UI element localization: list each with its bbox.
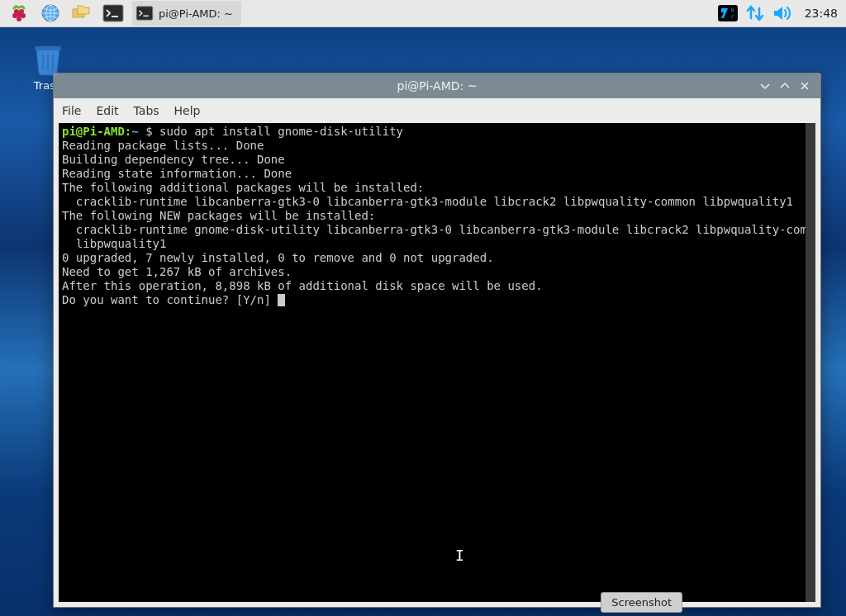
taskbar: pi@Pi-AMD: ~ N C 23:48 [0,0,846,27]
browser-button[interactable] [35,1,66,26]
filemanager-button[interactable] [66,1,97,26]
terminal[interactable]: pi@Pi-AMD:~ $ sudo apt install gnome-dis… [59,123,806,602]
prompt-symbol: $ [145,125,152,138]
screenshot-tooltip: Screenshot [601,592,682,613]
globe-icon [40,3,60,23]
taskbar-launchers: pi@Pi-AMD: ~ [3,1,241,26]
window-controls [758,78,820,93]
terminal-output-line: cracklib-runtime libcanberra-gtk3-0 libc… [62,195,793,208]
window-title: pi@Pi-AMD: ~ [54,79,820,92]
folders-icon [71,4,93,22]
terminal-output-line: Reading package lists... Done [62,139,264,152]
svg-point-5 [17,17,21,21]
terminal-output-line: cracklib-runtime gnome-disk-utility libc… [62,223,806,236]
terminal-output-line: libpwquality1 [62,237,166,250]
menu-file[interactable]: File [62,104,81,117]
menubar: File Edit Tabs Help [54,98,820,123]
terminal-cursor [278,294,285,306]
raspberry-icon [9,3,29,23]
svg-text:N: N [731,7,734,12]
terminal-scrollbar[interactable] [806,123,815,602]
svg-rect-10 [718,5,738,21]
svg-text:C: C [731,14,734,19]
vnc-tray-icon[interactable]: N C [717,4,739,22]
maximize-button[interactable] [777,78,792,93]
task-title: pi@Pi-AMD: ~ [159,7,233,20]
terminal-output-line: Do you want to continue? [Y/n] [62,293,278,306]
svg-rect-13 [35,46,61,50]
menu-button[interactable] [3,1,35,26]
trash-icon [30,40,66,76]
svg-point-4 [21,13,26,18]
clock[interactable]: 23:48 [805,7,838,20]
close-button[interactable] [797,78,812,93]
tooltip-text: Screenshot [611,596,672,609]
minimize-button[interactable] [758,78,772,93]
svg-rect-8 [103,5,123,21]
terminal-output-line: Building dependency tree... Done [62,153,285,166]
terminal-output-line: The following NEW packages will be insta… [62,209,375,222]
window-titlebar[interactable]: pi@Pi-AMD: ~ [54,73,820,98]
svg-point-2 [12,13,17,18]
menu-help[interactable]: Help [174,104,201,117]
prompt-path: ~ [131,125,138,138]
prompt-user-host: pi@Pi-AMD [62,125,125,138]
menu-edit[interactable]: Edit [96,104,118,117]
terminal-output-line: The following additional packages will b… [62,181,424,194]
terminal-output-line: Reading state information... Done [62,167,292,180]
terminal-container: pi@Pi-AMD:~ $ sudo apt install gnome-dis… [54,123,820,607]
terminal-window: pi@Pi-AMD: ~ File Edit Tabs Help pi@Pi-A… [53,73,821,608]
terminal-output-line: Need to get 1,267 kB of archives. [62,265,292,278]
terminal-output-line: After this operation, 8,898 kB of additi… [62,279,543,292]
network-tray-icon[interactable] [745,4,765,22]
terminal-icon [135,6,154,21]
terminal-icon [102,4,124,22]
volume-tray-icon[interactable] [772,4,793,22]
taskbar-task-terminal[interactable]: pi@Pi-AMD: ~ [132,1,241,26]
terminal-launcher[interactable] [97,1,129,26]
mouse-text-cursor: I [455,548,464,562]
system-tray: N C 23:48 [717,4,843,22]
terminal-command: sudo apt install gnome-disk-utility [159,125,403,138]
terminal-output-line: 0 upgraded, 7 newly installed, 0 to remo… [62,251,494,264]
svg-rect-9 [136,7,153,20]
menu-tabs[interactable]: Tabs [134,104,159,117]
